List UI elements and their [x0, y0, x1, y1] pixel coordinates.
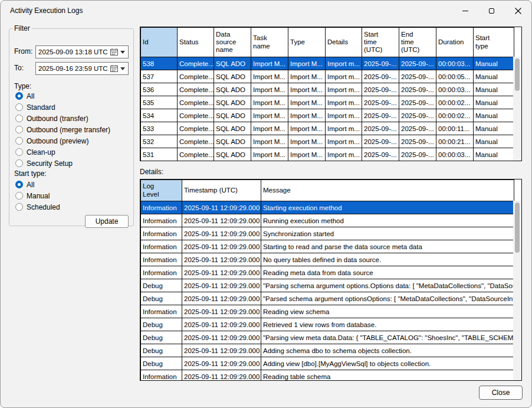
details-cell[interactable]: Debug: [141, 279, 182, 292]
details-cell[interactable]: "Parsing schema argument options.Options…: [261, 279, 514, 292]
details-row-13[interactable]: Information2025-09-11 12:09:29.000Readin…: [141, 370, 514, 381]
activity-cell[interactable]: Import m...: [326, 109, 362, 122]
activity-cell[interactable]: Complete...: [178, 96, 214, 109]
details-cell[interactable]: Reading table schema: [261, 370, 514, 381]
activity-cell[interactable]: 00:00:11...: [436, 122, 474, 135]
activity-cell[interactable]: 00:00:03...: [436, 83, 474, 96]
type-radio-outbound-transfer[interactable]: Outbound (transfer): [15, 114, 110, 123]
activity-cell[interactable]: 2025-09-...: [362, 122, 399, 135]
activity-cell[interactable]: SQL ADO: [214, 83, 251, 96]
activity-cell[interactable]: Complete...: [178, 57, 214, 70]
details-cell[interactable]: 2025-09-11 12:09:29.000: [182, 370, 261, 381]
activity-cell[interactable]: 00:00:02...: [436, 96, 474, 109]
activity-cell[interactable]: Complete...: [178, 109, 214, 122]
activity-header-end-time-utc[interactable]: End time (UTC): [399, 28, 436, 57]
activity-cell[interactable]: Import M...: [251, 96, 288, 109]
activity-cell[interactable]: Import m...: [326, 135, 362, 148]
type-radio-outbound-merge-transfer[interactable]: Outbound (merge transfer): [15, 125, 110, 134]
details-row-10[interactable]: Debug2025-09-11 12:09:29.000"Parsing vie…: [141, 331, 514, 344]
details-row-1[interactable]: Information2025-09-11 12:09:29.000Runnin…: [141, 214, 514, 227]
activity-cell[interactable]: 2025-09-...: [399, 122, 436, 135]
activity-row-0[interactable]: 538Complete...SQL ADOImport M...Import M…: [141, 57, 514, 70]
activity-cell[interactable]: 2025-09-...: [399, 83, 436, 96]
details-row-12[interactable]: Debug2025-09-11 12:09:29.000Adding view …: [141, 357, 514, 370]
activity-cell[interactable]: Complete...: [178, 70, 214, 83]
activity-cell[interactable]: Import m...: [326, 83, 362, 96]
details-cell[interactable]: Adding view [dbo].[MyAggViewSql] to obje…: [261, 357, 514, 370]
details-row-5[interactable]: Information2025-09-11 12:09:29.000Readin…: [141, 266, 514, 279]
update-button[interactable]: Update: [85, 215, 129, 228]
activity-cell[interactable]: 00:00:03...: [436, 57, 474, 70]
details-cell[interactable]: Debug: [141, 318, 182, 331]
activity-table-scrollbar[interactable]: [513, 57, 521, 161]
activity-cell[interactable]: Manual: [474, 70, 514, 83]
chevron-down-icon[interactable]: [119, 67, 126, 70]
calendar-icon[interactable]: [109, 48, 119, 56]
scrollbar-thumb[interactable]: [515, 203, 520, 253]
activity-cell[interactable]: 2025-09-...: [399, 148, 436, 161]
details-row-4[interactable]: Information2025-09-11 12:09:29.000No que…: [141, 253, 514, 266]
activity-cell[interactable]: SQL ADO: [214, 122, 251, 135]
activity-cell[interactable]: Import M...: [251, 148, 288, 161]
activity-cell[interactable]: 2025-09-...: [362, 109, 399, 122]
details-cell[interactable]: Information: [141, 370, 182, 381]
activity-cell[interactable]: Import M...: [251, 135, 288, 148]
activity-cell[interactable]: Manual: [474, 83, 514, 96]
activity-row-5[interactable]: 533Complete...SQL ADOImport M...Import M…: [141, 122, 514, 135]
activity-cell[interactable]: Manual: [474, 96, 514, 109]
activity-cell[interactable]: Import M...: [288, 96, 326, 109]
activity-cell[interactable]: SQL ADO: [214, 96, 251, 109]
type-radio-all[interactable]: All: [15, 92, 110, 100]
type-radio-standard[interactable]: Standard: [15, 103, 110, 112]
details-cell[interactable]: Information: [141, 305, 182, 318]
close-window-button[interactable]: [505, 1, 531, 21]
activity-cell[interactable]: SQL ADO: [214, 70, 251, 83]
details-cell[interactable]: Retrieved 1 view rows from database.: [261, 318, 514, 331]
activity-cell[interactable]: 00:00:03...: [436, 148, 474, 161]
details-row-6[interactable]: Debug2025-09-11 12:09:29.000"Parsing sch…: [141, 279, 514, 292]
activity-cell[interactable]: Import M...: [251, 83, 288, 96]
activity-header-id[interactable]: Id: [141, 28, 178, 57]
activity-cell[interactable]: Complete...: [178, 83, 214, 96]
activity-cell[interactable]: 2025-09-...: [399, 135, 436, 148]
activity-cell[interactable]: Complete...: [178, 135, 214, 148]
activity-cell[interactable]: Import M...: [251, 70, 288, 83]
details-cell[interactable]: 2025-09-11 12:09:29.000: [182, 214, 261, 227]
activity-cell[interactable]: SQL ADO: [214, 135, 251, 148]
activity-header-type[interactable]: Type: [288, 28, 326, 57]
activity-row-3[interactable]: 535Complete...SQL ADOImport M...Import M…: [141, 96, 514, 109]
details-cell[interactable]: Information: [141, 266, 182, 279]
start-type-radio-manual[interactable]: Manual: [15, 191, 60, 200]
activity-header-start-time-utc[interactable]: Start time (UTC): [362, 28, 399, 57]
activity-cell[interactable]: Import M...: [288, 70, 326, 83]
details-header-timestamp-utc[interactable]: Timestamp (UTC): [182, 180, 261, 201]
from-datetime-picker[interactable]: 2025-09-09 13:18 UTC: [35, 45, 129, 58]
details-cell[interactable]: 2025-09-11 12:09:29.000: [182, 344, 261, 357]
activity-row-6[interactable]: 532Complete...SQL ADOImport M...Import M…: [141, 135, 514, 148]
activity-cell[interactable]: 2025-09-...: [362, 96, 399, 109]
details-cell[interactable]: 2025-09-11 12:09:29.000: [182, 318, 261, 331]
activity-cell[interactable]: 535: [141, 96, 178, 109]
activity-cell[interactable]: Import M...: [288, 135, 326, 148]
details-cell[interactable]: 2025-09-11 12:09:29.000: [182, 227, 261, 240]
details-cell[interactable]: "Parsed schema argument optionsOptions: …: [261, 292, 514, 305]
activity-cell[interactable]: Import m...: [326, 70, 362, 83]
activity-row-2[interactable]: 536Complete...SQL ADOImport M...Import M…: [141, 83, 514, 96]
to-datetime-picker[interactable]: 2025-09-16 23:59 UTC: [35, 62, 129, 75]
details-row-8[interactable]: Information2025-09-11 12:09:29.000Readin…: [141, 305, 514, 318]
details-table-scrollbar[interactable]: [513, 201, 521, 380]
activity-cell[interactable]: 2025-09-...: [362, 148, 399, 161]
activity-cell[interactable]: 00:00:02...: [436, 109, 474, 122]
activity-cell[interactable]: Manual: [474, 122, 514, 135]
activity-cell[interactable]: Import m...: [326, 122, 362, 135]
details-cell[interactable]: 2025-09-11 12:09:29.000: [182, 201, 261, 214]
activity-row-1[interactable]: 537Complete...SQL ADOImport M...Import M…: [141, 70, 514, 83]
details-row-3[interactable]: Information2025-09-11 12:09:29.000Starti…: [141, 240, 514, 253]
activity-header-details[interactable]: Details: [326, 28, 362, 57]
details-cell[interactable]: Information: [141, 214, 182, 227]
details-cell[interactable]: 2025-09-11 12:09:29.000: [182, 331, 261, 344]
details-row-0[interactable]: Information2025-09-11 12:09:29.000Starti…: [141, 201, 514, 214]
activity-cell[interactable]: Import M...: [288, 83, 326, 96]
activity-cell[interactable]: 533: [141, 122, 178, 135]
details-cell[interactable]: Debug: [141, 331, 182, 344]
